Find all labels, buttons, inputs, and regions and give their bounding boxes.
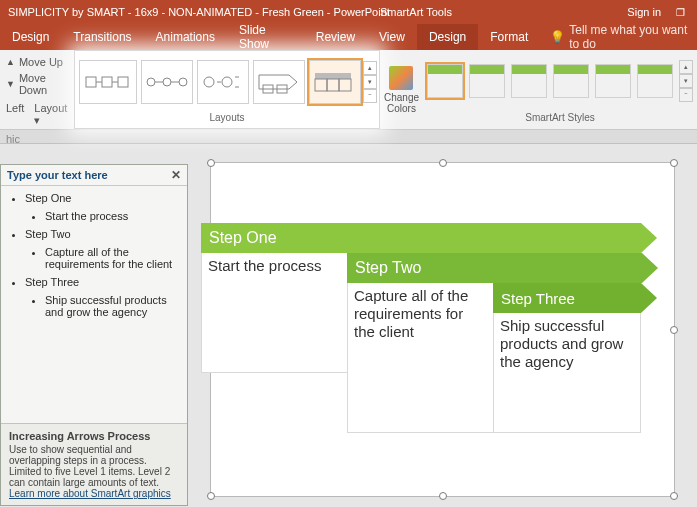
svg-point-7 [222,77,232,87]
resize-handle[interactable] [670,326,678,334]
resize-handle[interactable] [670,492,678,500]
list-item: Step One Start the process [25,192,183,222]
step-title: Step Two [355,259,421,277]
svg-rect-11 [315,79,327,91]
create-graphic-group: ▲Move Up ▼Move Down Left Layout ▾ hic [0,50,74,129]
lightbulb-icon: 💡 [550,30,565,44]
style-option-6[interactable] [637,64,673,98]
layouts-label: Layouts [75,112,379,128]
svg-rect-10 [315,73,351,79]
text-pane-title: Type your text here [7,169,108,181]
step-desc[interactable]: Capture all of the requirements for the … [347,283,495,433]
scroll-down-icon[interactable]: ▾ [679,74,693,88]
expand-gallery-icon[interactable]: ⁼ [363,89,377,103]
list-subitem[interactable]: Capture all of the requirements for the … [45,246,179,270]
move-up-button[interactable]: ▲Move Up [6,54,68,70]
list-item: Step Three Ship successful products and … [25,276,183,318]
tab-animations[interactable]: Animations [144,24,227,50]
layout-option-4[interactable] [253,60,305,104]
ruler-strip [0,130,697,144]
list-subitem[interactable]: Start the process [45,210,179,222]
tab-design[interactable]: Design [0,24,61,50]
svg-rect-0 [86,77,96,87]
layout-thumb-icon [84,67,132,97]
tab-transitions[interactable]: Transitions [61,24,143,50]
style-option-4[interactable] [553,64,589,98]
resize-handle[interactable] [207,492,215,500]
style-option-2[interactable] [469,64,505,98]
style-option-5[interactable] [595,64,631,98]
up-arrow-icon: ▲ [6,57,15,67]
scroll-down-icon[interactable]: ▾ [363,75,377,89]
styles-label: SmartArt Styles [423,112,697,128]
svg-rect-13 [339,79,351,91]
resize-handle[interactable] [439,492,447,500]
smartart-styles-group: ▴ ▾ ⁼ SmartArt Styles [423,50,697,129]
tab-smartart-design[interactable]: Design [417,24,478,50]
tab-view[interactable]: View [367,24,417,50]
scroll-up-icon[interactable]: ▴ [363,61,377,75]
smartart-info-box: Increasing Arrows Process Use to show se… [1,423,187,505]
list-item: Step Two Capture all of the requirements… [25,228,183,270]
smartart-canvas[interactable]: › Step One Start the process Step Two Ca… [210,162,675,497]
svg-point-3 [147,78,155,86]
svg-point-4 [163,78,171,86]
scroll-up-icon[interactable]: ▴ [679,60,693,74]
layout-thumb-icon [145,72,189,92]
layouts-gallery-spinner[interactable]: ▴ ▾ ⁼ [363,61,377,103]
expand-gallery-icon[interactable]: ⁼ [679,88,693,102]
app-title: SIMPLICITY by SMART - 16x9 - NON-ANIMATE… [8,6,390,18]
resize-handle[interactable] [670,159,678,167]
step-title: Step One [209,229,277,247]
tab-slideshow[interactable]: Slide Show [227,24,304,50]
tab-format[interactable]: Format [478,24,540,50]
styles-gallery-spinner[interactable]: ▴ ▾ ⁼ [679,60,693,102]
resize-handle[interactable] [439,159,447,167]
layout-option-selected[interactable] [309,60,361,104]
close-icon[interactable]: ✕ [171,168,181,182]
text-pane-list[interactable]: Step One Start the process Step Two Capt… [5,192,183,318]
tab-review[interactable]: Review [304,24,367,50]
contextual-tab-label: SmartArt Tools [380,6,452,18]
down-arrow-icon: ▼ [6,79,15,89]
step-desc[interactable]: Ship successful products and grow the ag… [493,313,641,433]
layout-thumb-icon [313,67,357,97]
layout-option-3[interactable] [197,60,249,104]
sign-in-link[interactable]: Sign in [627,6,661,18]
list-subitem[interactable]: Ship successful products and grow the ag… [45,294,179,318]
change-colors-button[interactable]: Change Colors [380,50,423,129]
step-desc[interactable]: Start the process [201,253,349,373]
color-swatch-icon [389,66,413,90]
layout-dropdown[interactable]: Layout ▾ [34,102,68,127]
tell-me-search[interactable]: 💡 Tell me what you want to do [540,23,697,51]
title-bar: SIMPLICITY by SMART - 16x9 - NON-ANIMATE… [0,0,697,24]
resize-handle[interactable] [207,159,215,167]
layout-option-1[interactable] [79,60,137,104]
ribbon: ▲Move Up ▼Move Down Left Layout ▾ hic [0,50,697,130]
learn-more-link[interactable]: Learn more about SmartArt graphics [9,488,171,499]
ribbon-tabs: Design Transitions Animations Slide Show… [0,24,697,50]
work-area: Type your text here ✕ Step One Start the… [0,144,697,507]
right-to-left-button[interactable]: Left [6,102,24,127]
text-pane-header: Type your text here ✕ [1,165,187,186]
layout-option-2[interactable] [141,60,193,104]
layouts-group: ▴ ▾ ⁼ Layouts [74,50,380,129]
layout-thumb-icon [201,67,245,97]
restore-icon[interactable]: ❐ [671,7,689,18]
smartart-step-3[interactable]: Step Three Ship successful products and … [493,283,641,433]
text-pane[interactable]: Type your text here ✕ Step One Start the… [0,164,188,506]
svg-point-6 [204,77,214,87]
style-option-3[interactable] [511,64,547,98]
svg-rect-2 [118,77,128,87]
style-option-1[interactable] [427,64,463,98]
info-body: Use to show sequential and overlapping s… [9,444,179,488]
layout-thumb-icon [257,67,301,97]
info-title: Increasing Arrows Process [9,430,179,442]
step-title: Step Three [501,290,575,307]
svg-rect-1 [102,77,112,87]
move-down-button[interactable]: ▼Move Down [6,70,68,98]
svg-point-5 [179,78,187,86]
svg-rect-12 [327,79,339,91]
